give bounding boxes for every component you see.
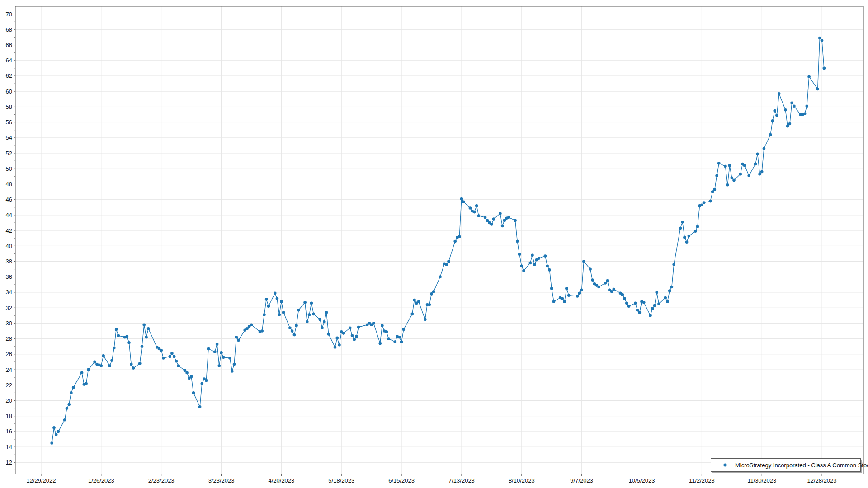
data-point-marker[interactable] (516, 240, 519, 243)
data-point-marker[interactable] (544, 254, 547, 258)
data-point-marker[interactable] (655, 291, 658, 294)
data-point-marker[interactable] (580, 289, 583, 292)
data-point-marker[interactable] (769, 133, 772, 136)
data-point-marker[interactable] (245, 327, 249, 330)
data-point-marker[interactable] (627, 305, 631, 308)
data-point-marker[interactable] (173, 355, 176, 358)
data-point-marker[interactable] (411, 313, 414, 316)
data-point-marker[interactable] (184, 369, 187, 372)
data-point-marker[interactable] (685, 241, 689, 244)
data-point-marker[interactable] (664, 296, 667, 300)
data-point-marker[interactable] (263, 313, 266, 316)
data-point-marker[interactable] (484, 216, 487, 219)
data-point-marker[interactable] (548, 268, 551, 272)
data-point-marker[interactable] (291, 329, 294, 333)
data-point-marker[interactable] (771, 119, 774, 122)
data-point-marker[interactable] (381, 324, 384, 327)
data-point-marker[interactable] (430, 292, 433, 296)
data-point-marker[interactable] (623, 297, 626, 300)
data-point-marker[interactable] (130, 363, 133, 366)
data-point-marker[interactable] (582, 260, 585, 263)
data-point-marker[interactable] (233, 363, 236, 366)
data-point-marker[interactable] (323, 320, 326, 324)
data-point-marker[interactable] (681, 221, 684, 224)
data-point-marker[interactable] (280, 300, 283, 303)
data-point-marker[interactable] (754, 163, 757, 166)
data-point-marker[interactable] (282, 311, 285, 314)
data-point-marker[interactable] (297, 309, 300, 312)
data-point-marker[interactable] (565, 287, 568, 290)
data-point-marker[interactable] (726, 183, 729, 187)
data-point-marker[interactable] (274, 291, 277, 295)
data-point-marker[interactable] (55, 433, 58, 436)
data-point-marker[interactable] (235, 336, 238, 339)
data-point-marker[interactable] (402, 328, 406, 331)
data-point-marker[interactable] (207, 347, 210, 351)
data-point-marker[interactable] (126, 335, 129, 338)
data-point-marker[interactable] (784, 108, 787, 112)
data-point-marker[interactable] (486, 219, 489, 222)
data-point-marker[interactable] (424, 318, 427, 321)
data-point-marker[interactable] (306, 320, 309, 324)
data-point-marker[interactable] (806, 104, 809, 108)
data-point-marker[interactable] (625, 302, 628, 305)
data-point-marker[interactable] (621, 293, 624, 296)
data-point-marker[interactable] (604, 282, 607, 285)
data-point-marker[interactable] (743, 164, 746, 167)
data-point-marker[interactable] (276, 297, 279, 300)
data-point-marker[interactable] (110, 359, 113, 362)
data-point-marker[interactable] (400, 340, 403, 343)
data-point-marker[interactable] (715, 174, 718, 177)
data-point-marker[interactable] (477, 214, 481, 217)
data-point-marker[interactable] (108, 364, 112, 367)
data-point-marker[interactable] (475, 204, 478, 207)
data-point-marker[interactable] (778, 92, 781, 95)
data-point-marker[interactable] (439, 276, 442, 279)
data-point-marker[interactable] (351, 334, 354, 338)
data-point-marker[interactable] (145, 336, 148, 339)
data-point-marker[interactable] (499, 212, 502, 215)
data-point-marker[interactable] (447, 260, 450, 263)
data-point-marker[interactable] (591, 278, 594, 282)
data-point-marker[interactable] (550, 287, 553, 290)
data-point-marker[interactable] (413, 299, 416, 302)
data-point-marker[interactable] (72, 386, 75, 389)
data-point-marker[interactable] (66, 407, 69, 410)
data-point-marker[interactable] (606, 279, 609, 282)
data-point-marker[interactable] (50, 441, 53, 445)
data-point-marker[interactable] (85, 382, 88, 385)
data-point-marker[interactable] (115, 328, 118, 331)
data-point-marker[interactable] (70, 391, 73, 394)
data-point-marker[interactable] (319, 318, 322, 321)
data-point-marker[interactable] (218, 364, 221, 367)
data-point-marker[interactable] (786, 125, 789, 128)
data-point-marker[interactable] (636, 309, 639, 312)
data-point-marker[interactable] (222, 356, 225, 359)
data-point-marker[interactable] (265, 298, 268, 301)
data-point-marker[interactable] (67, 403, 71, 406)
data-point-marker[interactable] (763, 147, 766, 150)
data-point-marker[interactable] (756, 153, 759, 156)
data-point-marker[interactable] (538, 257, 541, 260)
data-point-marker[interactable] (237, 339, 240, 342)
data-point-marker[interactable] (546, 265, 549, 268)
data-point-marker[interactable] (688, 235, 691, 238)
data-point-marker[interactable] (731, 177, 734, 180)
data-point-marker[interactable] (473, 211, 476, 214)
data-point-marker[interactable] (267, 305, 270, 308)
data-point-marker[interactable] (334, 346, 337, 349)
data-point-marker[interactable] (507, 216, 510, 219)
data-point-marker[interactable] (790, 102, 793, 105)
data-point-marker[interactable] (724, 165, 727, 168)
data-point-marker[interactable] (190, 375, 193, 378)
data-point-marker[interactable] (216, 343, 219, 346)
data-point-marker[interactable] (192, 391, 195, 394)
data-point-marker[interactable] (522, 269, 525, 272)
data-point-marker[interactable] (696, 225, 699, 228)
data-point-marker[interactable] (321, 326, 324, 329)
data-point-marker[interactable] (638, 311, 642, 314)
data-point-marker[interactable] (657, 302, 660, 305)
data-point-marker[interactable] (490, 223, 493, 226)
data-point-marker[interactable] (185, 371, 189, 375)
data-point-marker[interactable] (683, 236, 686, 239)
